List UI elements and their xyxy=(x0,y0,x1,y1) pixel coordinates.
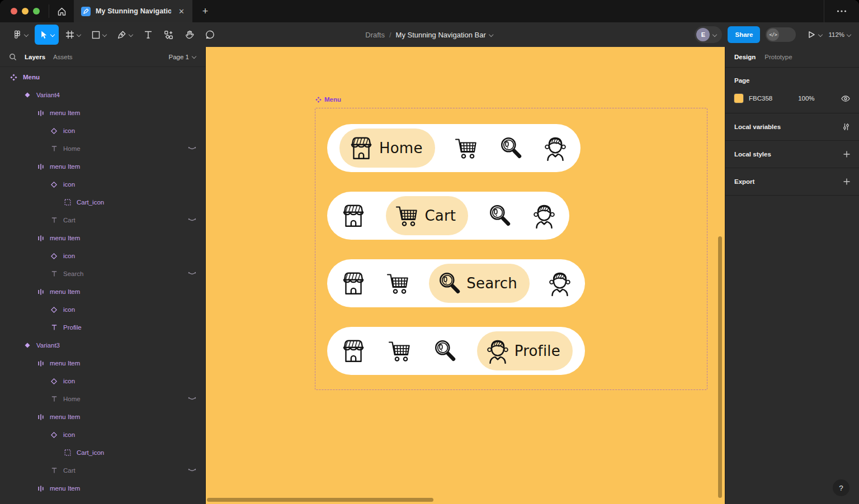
new-tab-button[interactable]: + xyxy=(192,0,218,22)
nav-item-store[interactable] xyxy=(339,270,367,296)
hidden-eye-icon[interactable] xyxy=(188,397,196,401)
minimize-window-button[interactable] xyxy=(22,8,29,15)
navbar-home-active[interactable]: Home xyxy=(327,124,580,172)
page-color-hex[interactable]: FBC358 xyxy=(749,95,772,102)
canvas-horizontal-scrollbar[interactable] xyxy=(207,498,433,502)
move-tool-button[interactable] xyxy=(35,25,59,45)
layer-row-home[interactable]: Home xyxy=(0,140,205,158)
tab-layers[interactable]: Layers xyxy=(25,54,45,60)
nav-item-cart[interactable] xyxy=(453,135,480,161)
nav-item-store[interactable] xyxy=(339,338,367,364)
layer-row-variant3[interactable]: Variant3 xyxy=(0,336,205,354)
hand-tool-button[interactable] xyxy=(180,25,199,45)
tab-prototype[interactable]: Prototype xyxy=(764,54,792,60)
nav-item-profile[interactable] xyxy=(531,202,557,229)
nav-item-search-active[interactable]: Search xyxy=(429,264,530,303)
tab-assets[interactable]: Assets xyxy=(53,54,73,60)
component-set-icon xyxy=(315,97,322,103)
text-tool-button[interactable] xyxy=(139,25,157,45)
text-icon xyxy=(50,396,58,403)
account-menu[interactable]: E xyxy=(695,26,722,43)
component-set-label[interactable]: Menu xyxy=(315,96,341,103)
dev-mode-toggle[interactable]: </> xyxy=(766,27,796,42)
layer-row-icon[interactable]: icon xyxy=(0,372,205,390)
layer-row-menu-item[interactable]: menu Item xyxy=(0,479,205,497)
hidden-eye-icon[interactable] xyxy=(188,218,196,222)
pen-tool-button[interactable] xyxy=(113,25,137,45)
layer-label: Search xyxy=(63,270,83,277)
layer-row-menu-item[interactable]: menu Item xyxy=(0,283,205,301)
nav-item-cart[interactable] xyxy=(386,338,413,364)
frame-dashed-icon xyxy=(64,449,71,457)
layer-row-menu-item[interactable]: menu Item xyxy=(0,354,205,372)
layer-row-menu-item[interactable]: menu Item xyxy=(0,229,205,247)
window-more-button[interactable] xyxy=(824,0,859,22)
page-selector[interactable]: Page 1 xyxy=(169,54,196,60)
close-window-button[interactable] xyxy=(11,8,17,15)
search-icon[interactable] xyxy=(9,53,17,61)
layer-row-menu[interactable]: Menu xyxy=(0,68,205,86)
layer-row-profile[interactable]: Profile xyxy=(0,318,205,336)
close-tab-icon[interactable]: ✕ xyxy=(176,7,187,16)
present-button[interactable] xyxy=(807,30,823,39)
visibility-toggle[interactable] xyxy=(841,96,850,102)
shape-tool-button[interactable] xyxy=(87,25,111,45)
share-button[interactable]: Share xyxy=(728,26,760,43)
nav-item-cart-active[interactable]: Cart xyxy=(386,196,468,235)
nav-item-store-active[interactable]: Home xyxy=(339,129,435,168)
layer-row-icon[interactable]: icon xyxy=(0,247,205,265)
hidden-eye-icon[interactable] xyxy=(188,272,196,276)
nav-item-search[interactable] xyxy=(498,135,524,161)
layer-label: menu Item xyxy=(50,288,80,295)
zoom-window-button[interactable] xyxy=(33,8,40,15)
traffic-lights xyxy=(0,0,49,22)
tab-design[interactable]: Design xyxy=(734,54,756,60)
hidden-eye-icon[interactable] xyxy=(188,146,196,151)
add-export-button[interactable] xyxy=(843,178,850,185)
nav-item-search[interactable] xyxy=(432,338,458,364)
canvas[interactable]: Menu HomeCartSearchProfile xyxy=(206,47,725,504)
nav-item-profile[interactable] xyxy=(547,270,573,297)
help-button[interactable]: ? xyxy=(833,479,849,496)
nav-item-store[interactable] xyxy=(339,203,367,229)
layer-row-cart[interactable]: Cart xyxy=(0,211,205,229)
component-set-name: Menu xyxy=(324,96,341,103)
open-variables-button[interactable] xyxy=(842,123,850,131)
zoom-menu[interactable]: 112% xyxy=(828,31,851,38)
page-color-swatch[interactable] xyxy=(734,94,743,103)
page-color-opacity[interactable]: 100% xyxy=(798,95,814,102)
canvas-vertical-scrollbar[interactable] xyxy=(718,236,722,498)
layer-row-home[interactable]: Home xyxy=(0,390,205,408)
layer-row-menu-item[interactable]: menu Item xyxy=(0,104,205,122)
profile-icon xyxy=(485,337,511,364)
nav-item-search[interactable] xyxy=(487,203,513,229)
navbar-search-active[interactable]: Search xyxy=(327,259,585,307)
breadcrumb-drafts[interactable]: Drafts xyxy=(365,31,385,39)
layer-row-icon[interactable]: icon xyxy=(0,426,205,444)
nav-item-cart[interactable] xyxy=(385,270,412,296)
navbar-cart-active[interactable]: Cart xyxy=(327,192,569,240)
layer-row-icon[interactable]: icon xyxy=(0,122,205,140)
layer-row-cart-icon[interactable]: Cart_icon xyxy=(0,444,205,462)
nav-item-profile-active[interactable]: Profile xyxy=(477,331,573,370)
layer-row-cart-icon[interactable]: Cart_icon xyxy=(0,193,205,211)
file-tab[interactable]: My Stunning Navigation Bar ✕ xyxy=(74,0,192,22)
frame-tool-button[interactable] xyxy=(61,25,85,45)
layer-row-variant4[interactable]: Variant4 xyxy=(0,86,205,104)
navbar-profile-active[interactable]: Profile xyxy=(327,327,585,375)
layer-row-menu-item[interactable]: menu Item xyxy=(0,408,205,426)
resources-tool-button[interactable] xyxy=(159,25,178,45)
add-style-button[interactable] xyxy=(843,151,850,158)
layer-row-menu-item[interactable]: menu Item xyxy=(0,158,205,175)
main-menu-button[interactable] xyxy=(8,25,32,45)
layer-row-icon[interactable]: icon xyxy=(0,301,205,318)
breadcrumb-file-name[interactable]: My Stunning Navigation Bar xyxy=(396,31,494,39)
layer-row-cart[interactable]: Cart xyxy=(0,462,205,479)
layer-row-icon[interactable]: icon xyxy=(0,175,205,193)
home-button[interactable] xyxy=(49,0,74,22)
comment-tool-button[interactable] xyxy=(201,25,219,45)
nav-item-profile[interactable] xyxy=(542,135,568,161)
auto-layout-icon xyxy=(37,163,44,170)
hidden-eye-icon[interactable] xyxy=(188,468,196,473)
layer-row-search[interactable]: Search xyxy=(0,265,205,283)
